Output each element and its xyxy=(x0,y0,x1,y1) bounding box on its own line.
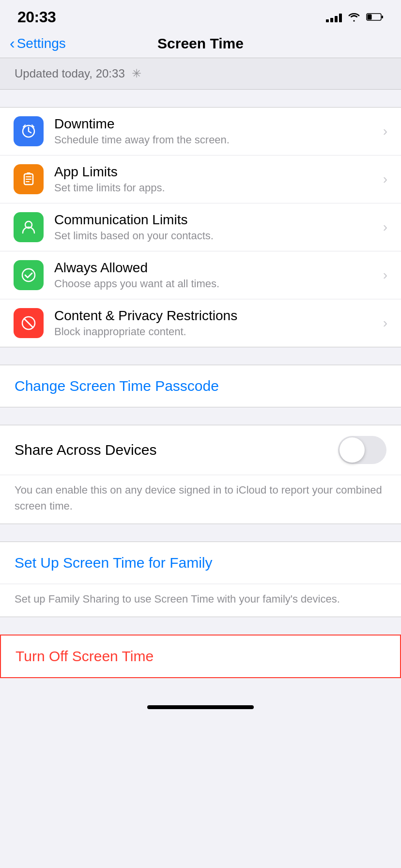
svg-rect-1 xyxy=(382,16,383,18)
back-button[interactable]: ‹ Settings xyxy=(10,36,66,51)
family-description-text: Set up Family Sharing to use Screen Time… xyxy=(15,593,340,605)
signal-icon xyxy=(326,12,342,22)
content-privacy-icon xyxy=(14,308,44,338)
content-privacy-row[interactable]: Content & Privacy Restrictions Block ina… xyxy=(0,299,401,347)
home-bar xyxy=(147,705,254,709)
downtime-chevron-icon: › xyxy=(383,124,387,139)
turn-off-row[interactable]: Turn Off Screen Time xyxy=(1,636,400,677)
spinner-icon: ✳ xyxy=(132,67,141,80)
section-separator-2 xyxy=(0,347,401,365)
toggle-knob xyxy=(339,437,365,463)
change-passcode-row[interactable]: Change Screen Time Passcode xyxy=(0,365,401,407)
section-separator-3 xyxy=(0,407,401,425)
status-icons xyxy=(326,12,384,22)
settings-group: Downtime Schedule time away from the scr… xyxy=(0,107,401,347)
family-setup-row[interactable]: Set Up Screen Time for Family xyxy=(0,542,401,584)
content-privacy-title: Content & Privacy Restrictions xyxy=(54,308,378,324)
section-separator-1 xyxy=(0,90,401,107)
status-bar: 20:33 xyxy=(0,0,401,29)
section-separator-5 xyxy=(0,617,401,635)
share-description-container: You can enable this on any device signed… xyxy=(0,475,401,524)
update-text: Updated today, 20:33 xyxy=(15,67,125,80)
downtime-content: Downtime Schedule time away from the scr… xyxy=(54,116,378,146)
communication-subtitle: Set limits based on your contacts. xyxy=(54,230,378,242)
share-devices-row: Share Across Devices xyxy=(0,425,401,475)
svg-line-9 xyxy=(24,319,33,327)
back-chevron-icon: ‹ xyxy=(10,35,15,51)
communication-limits-row[interactable]: Communication Limits Set limits based on… xyxy=(0,203,401,251)
always-allowed-title: Always Allowed xyxy=(54,260,378,276)
app-limits-icon xyxy=(14,164,44,194)
downtime-icon xyxy=(14,116,44,146)
share-devices-toggle[interactable] xyxy=(338,436,386,464)
always-allowed-row[interactable]: Always Allowed Choose apps you want at a… xyxy=(0,251,401,299)
communication-content: Communication Limits Set limits based on… xyxy=(54,212,378,242)
status-time: 20:33 xyxy=(17,8,56,26)
update-banner: Updated today, 20:33 ✳ xyxy=(0,58,401,90)
app-limits-title: App Limits xyxy=(54,164,378,180)
always-allowed-icon xyxy=(14,260,44,290)
change-passcode-label: Change Screen Time Passcode xyxy=(15,378,219,394)
section-separator-4 xyxy=(0,524,401,542)
svg-point-7 xyxy=(22,269,35,281)
always-allowed-subtitle: Choose apps you want at all times. xyxy=(54,278,378,290)
section-separator-6 xyxy=(0,678,401,696)
downtime-row[interactable]: Downtime Schedule time away from the scr… xyxy=(0,108,401,155)
app-limits-content: App Limits Set time limits for apps. xyxy=(54,164,378,194)
downtime-title: Downtime xyxy=(54,116,378,132)
turn-off-group: Turn Off Screen Time xyxy=(0,635,401,678)
share-description-text: You can enable this on any device signed… xyxy=(15,484,382,512)
communication-title: Communication Limits xyxy=(54,212,378,228)
family-description-container: Set up Family Sharing to use Screen Time… xyxy=(0,584,401,617)
share-devices-title: Share Across Devices xyxy=(15,442,156,458)
svg-rect-2 xyxy=(368,15,372,20)
communication-icon xyxy=(14,212,44,242)
family-group: Set Up Screen Time for Family Set up Fam… xyxy=(0,542,401,617)
communication-chevron-icon: › xyxy=(383,219,387,235)
home-indicator xyxy=(0,696,401,714)
content-privacy-content: Content & Privacy Restrictions Block ina… xyxy=(54,308,378,338)
content-privacy-chevron-icon: › xyxy=(383,315,387,331)
downtime-subtitle: Schedule time away from the screen. xyxy=(54,134,378,146)
share-group: Share Across Devices You can enable this… xyxy=(0,425,401,524)
always-allowed-chevron-icon: › xyxy=(383,267,387,283)
content-privacy-subtitle: Block inappropriate content. xyxy=(54,326,378,338)
turn-off-label: Turn Off Screen Time xyxy=(15,648,154,664)
svg-rect-5 xyxy=(27,172,31,174)
app-limits-chevron-icon: › xyxy=(383,171,387,187)
app-limits-subtitle: Set time limits for apps. xyxy=(54,182,378,194)
back-label: Settings xyxy=(17,36,66,51)
page-title: Screen Time xyxy=(157,35,244,52)
nav-bar: ‹ Settings Screen Time xyxy=(0,29,401,58)
passcode-group: Change Screen Time Passcode xyxy=(0,365,401,407)
wifi-icon xyxy=(348,12,360,22)
app-limits-row[interactable]: App Limits Set time limits for apps. › xyxy=(0,155,401,203)
family-setup-label: Set Up Screen Time for Family xyxy=(15,555,212,571)
battery-icon xyxy=(366,13,384,21)
always-allowed-content: Always Allowed Choose apps you want at a… xyxy=(54,260,378,290)
